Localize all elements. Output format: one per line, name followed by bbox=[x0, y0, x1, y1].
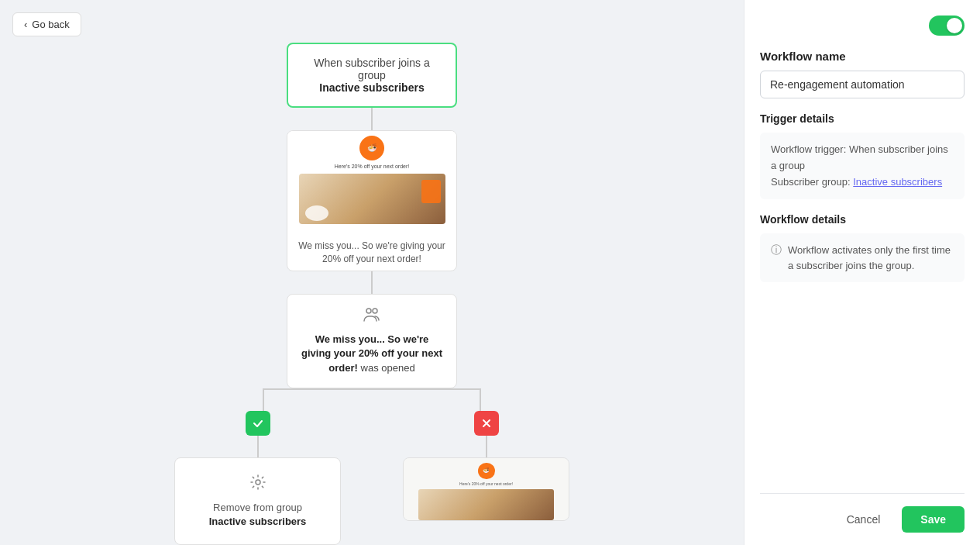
food-fries bbox=[421, 180, 441, 203]
go-back-label: Go back bbox=[32, 19, 69, 30]
workflow-toggle[interactable] bbox=[929, 16, 965, 36]
save-button[interactable]: Save bbox=[902, 506, 965, 533]
workflow-name-input[interactable] bbox=[760, 71, 965, 98]
sidebar-footer: Cancel Save bbox=[760, 493, 965, 545]
no-branch-email-logo: 🍜 bbox=[478, 463, 495, 480]
subscriber-label: Subscriber group: bbox=[771, 176, 851, 188]
connector-2 bbox=[371, 271, 373, 294]
condition-post: was opened bbox=[361, 362, 415, 374]
svg-point-1 bbox=[373, 309, 377, 313]
trigger-label: Workflow trigger: bbox=[771, 143, 846, 155]
connector-1 bbox=[371, 108, 373, 130]
workflow-details-title: Workflow details bbox=[760, 213, 965, 226]
workflow-detail-box: ⓘ Workflow activates only the first time… bbox=[760, 233, 965, 282]
trigger-detail-box: Workflow trigger: When subscriber joins … bbox=[760, 133, 965, 199]
workflow-detail-text: Workflow activates only the first time a… bbox=[788, 243, 954, 273]
no-branch: 🍜 Here's 20% off your next order! bbox=[403, 411, 569, 521]
workflow-name-label: Workflow name bbox=[760, 50, 965, 63]
go-back-button[interactable]: ‹ Go back bbox=[12, 12, 81, 36]
subscriber-group-link[interactable]: Inactive subscribers bbox=[853, 176, 942, 188]
cancel-button[interactable]: Cancel bbox=[833, 506, 895, 533]
toggle-row bbox=[760, 16, 965, 36]
email-logo: 🍜 bbox=[359, 136, 384, 160]
no-branch-email-preview: 🍜 Here's 20% off your next order! bbox=[404, 458, 569, 520]
info-icon: ⓘ bbox=[771, 243, 782, 257]
trigger-text-pre: When subscriber joins a group bbox=[314, 57, 429, 81]
yes-branch: Remove from group Inactive subscribers bbox=[174, 411, 341, 545]
email-preview-node[interactable]: 🍜 Here's 20% off your next order! We mis… bbox=[287, 130, 457, 271]
trigger-detail-trigger: Workflow trigger: When subscriber joins … bbox=[771, 142, 954, 174]
trigger-node[interactable]: When subscriber joins a group Inactive s… bbox=[287, 43, 457, 108]
branch-container: Remove from group Inactive subscribers bbox=[174, 411, 569, 545]
no-branch-food-img bbox=[418, 489, 553, 519]
no-branch-email-node[interactable]: 🍜 Here's 20% off your next order! bbox=[403, 457, 569, 521]
remove-group-pre: Remove from group bbox=[213, 502, 302, 513]
condition-icon bbox=[300, 307, 444, 326]
email-food-image bbox=[299, 174, 445, 224]
no-badge bbox=[474, 411, 499, 436]
food-plate bbox=[305, 205, 328, 221]
svg-point-0 bbox=[366, 309, 371, 313]
remove-group-action-node[interactable]: Remove from group Inactive subscribers bbox=[174, 457, 341, 545]
settings-icon bbox=[187, 474, 328, 495]
email-preview-image: 🍜 Here's 20% off your next order! bbox=[287, 131, 456, 232]
workflow-flow: When subscriber joins a group Inactive s… bbox=[0, 0, 744, 545]
email-headline: Here's 20% off your next order! bbox=[335, 164, 410, 169]
workflow-canvas-area: ‹ Go back When subscriber joins a group … bbox=[0, 0, 744, 545]
yes-badge bbox=[246, 411, 270, 436]
no-v-connector bbox=[486, 436, 487, 457]
no-branch-email-headline: Here's 20% off your next order! bbox=[459, 481, 513, 486]
trigger-detail-group: Subscriber group: Inactive subscribers bbox=[771, 174, 954, 191]
branch-split-lines bbox=[225, 388, 519, 411]
condition-text: We miss you... So we're giving your 20% … bbox=[300, 333, 444, 375]
email-body-text: We miss you... So we're giving your 20% … bbox=[287, 232, 456, 271]
trigger-group-name: Inactive subscribers bbox=[319, 81, 424, 94]
yes-v-connector bbox=[257, 436, 259, 457]
right-sidebar: Workflow name Trigger details Workflow t… bbox=[744, 0, 980, 545]
chevron-left-icon: ‹ bbox=[24, 19, 27, 30]
svg-point-2 bbox=[256, 480, 260, 485]
trigger-details-title: Trigger details bbox=[760, 112, 965, 125]
remove-group-bold: Inactive subscribers bbox=[209, 516, 307, 527]
condition-node[interactable]: We miss you... So we're giving your 20% … bbox=[287, 294, 457, 388]
remove-group-text: Remove from group Inactive subscribers bbox=[187, 501, 328, 529]
